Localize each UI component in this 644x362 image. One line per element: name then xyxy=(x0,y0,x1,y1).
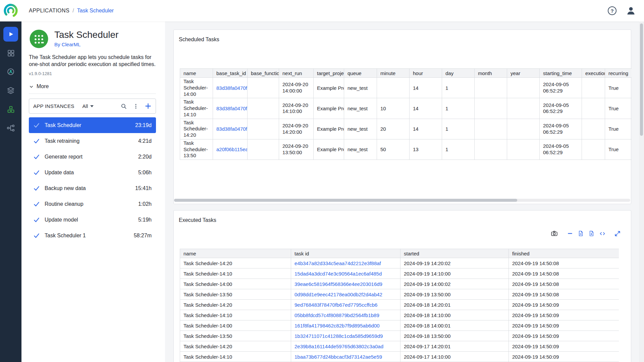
app-instance-row[interactable]: Update data5:06h xyxy=(29,165,156,180)
datasets-icon[interactable] xyxy=(3,83,18,98)
clearml-logo-icon[interactable] xyxy=(3,3,18,18)
instance-name: Routine cleanup xyxy=(45,201,138,207)
cell xyxy=(582,119,605,139)
cell: 83d38fa0470f4 xyxy=(213,119,248,139)
plus-icon[interactable] xyxy=(145,103,152,110)
column-header: started xyxy=(400,249,509,258)
app-title-block: Task Scheduler By ClearML xyxy=(54,29,118,47)
task-id-link[interactable]: 1b324711071c41288c1cda585d9659d9 xyxy=(294,333,383,339)
pipelines-icon[interactable] xyxy=(3,121,18,135)
cell: Task Scheduler-14:20 xyxy=(180,119,213,139)
task-id-link[interactable]: 2e39b8a161144de59765d63802c3a0ad xyxy=(294,344,383,349)
cell xyxy=(475,139,507,160)
cell xyxy=(475,78,507,98)
app-instance-row[interactable]: Task retraining4:21d xyxy=(29,133,156,149)
cell xyxy=(248,119,279,139)
app-instances-list: Task Scheduler23:19dTask retraining4:21d… xyxy=(29,117,156,243)
vertical-scrollbar-thumb[interactable] xyxy=(640,23,643,136)
instances-actions xyxy=(120,103,152,110)
cell: 1b324711071c41288c1cda585d9659d9 xyxy=(291,331,400,341)
cell: Task Scheduler-14:10 xyxy=(180,310,291,320)
csv-file-icon[interactable] xyxy=(578,230,584,237)
cell: Task Scheduler-14:20 xyxy=(180,341,291,352)
app-instance-row[interactable]: Task Scheduler23:19d xyxy=(29,117,156,133)
app-instance-row[interactable]: Task Scheduler 158:27m xyxy=(29,228,156,243)
user-avatar[interactable] xyxy=(626,6,636,16)
column-header: next_run xyxy=(279,69,314,78)
cell: 2024-09-18 13:50:00 xyxy=(400,331,509,341)
app-byline-link[interactable]: By ClearML xyxy=(54,42,118,47)
cell: 83d38fa0470f4 xyxy=(213,78,248,98)
cell: 14 xyxy=(410,119,442,139)
cell: Example Proje xyxy=(314,98,344,119)
applications-icon[interactable] xyxy=(3,27,18,42)
scheduled-table-wrap: namebase_task_idbase_functionnext_runtar… xyxy=(180,68,632,160)
task-id-link[interactable]: e4b347a82d334c5eaa74d2212e3f88af xyxy=(294,260,381,266)
divider xyxy=(29,94,156,94)
more-toggle[interactable]: More xyxy=(29,83,156,89)
instance-elapsed: 1:02h xyxy=(138,201,152,207)
task-id-link[interactable]: 1baa73b677d24bbcacf3d73142ae5e59 xyxy=(294,354,382,360)
embed-code-icon[interactable] xyxy=(599,230,606,237)
instances-filter-dropdown[interactable]: All xyxy=(83,103,94,109)
camera-icon[interactable] xyxy=(551,230,558,237)
task-id-link[interactable]: 05bb8fdcd57c4f808879bd2564fb1b89 xyxy=(294,312,379,318)
instance-name: Update data xyxy=(45,170,138,176)
task-id-link[interactable]: a20f06b115ea xyxy=(216,146,248,152)
table-row: Task Scheduler-14:20e4b347a82d334c5eaa74… xyxy=(180,258,619,268)
cell: 2024-09-17 14:20:01 xyxy=(400,341,509,352)
orchestration-icon[interactable] xyxy=(3,102,18,117)
horizontal-scrollbar-thumb[interactable] xyxy=(174,199,517,202)
task-id-link[interactable]: 83d38fa0470f4 xyxy=(216,106,248,111)
app-instance-row[interactable]: Routine cleanup1:02h xyxy=(29,196,156,212)
cell: 1 xyxy=(442,98,475,119)
expand-icon[interactable] xyxy=(614,230,621,237)
nav-rail xyxy=(0,21,21,362)
app-instance-row[interactable]: Backup new data15:41h xyxy=(29,180,156,196)
more-label: More xyxy=(37,83,49,89)
task-id-link[interactable]: 39eae6c581964f568366e4ee203016d9 xyxy=(294,281,382,287)
table-row: Task Scheduler-14:0039eae6c581964f568366… xyxy=(180,279,619,289)
executed-tasks-toolbar xyxy=(551,230,621,237)
task-id-link[interactable]: 161f8fa41798462c82b7f9d895ab6d00 xyxy=(294,323,380,328)
cell: Example Proje xyxy=(314,78,344,98)
task-id-link[interactable]: 83d38fa0470f4 xyxy=(216,126,248,132)
cell: True xyxy=(605,78,632,98)
app-instance-row[interactable]: Update model5:19h xyxy=(29,212,156,228)
breadcrumb-applications[interactable]: APPLICATIONS xyxy=(29,8,69,14)
table-row: Task Scheduler-14:2083d38fa0470f42024-09… xyxy=(180,119,632,139)
cell: 2024-09-19 14:50:09 xyxy=(509,352,619,362)
kebab-menu-icon[interactable] xyxy=(133,103,139,109)
minus-icon[interactable] xyxy=(567,230,573,237)
cell: 1 xyxy=(442,78,475,98)
breadcrumb-current[interactable]: Task Scheduler xyxy=(77,8,114,14)
help-icon[interactable]: ? xyxy=(608,6,616,15)
workers-icon[interactable] xyxy=(3,64,18,79)
column-header: name xyxy=(180,249,291,258)
column-header: target_project xyxy=(314,69,344,78)
task-scheduler-app-icon xyxy=(29,29,49,49)
search-icon[interactable] xyxy=(120,103,127,110)
column-header: base_task_id xyxy=(213,69,248,78)
cell: 2024-09-19 14:20:02 xyxy=(400,258,509,268)
table-row: Task Scheduler-13:501b324711071c41288c1c… xyxy=(180,331,619,341)
task-id-link[interactable]: 9ed768483f78470fb67ed7795ccffcb6 xyxy=(294,302,377,308)
instance-name: Task Scheduler xyxy=(45,122,135,128)
column-header: recurring xyxy=(605,69,632,78)
cell xyxy=(582,98,605,119)
projects-icon[interactable] xyxy=(3,46,18,60)
cell: 2024-09-18 14:20:01 xyxy=(400,300,509,310)
instances-filter-value: All xyxy=(83,103,88,109)
cell: 15dad4a3dcd74e3c90564a1ec6af485d xyxy=(291,268,400,279)
app-instance-row[interactable]: Generate report2:20d xyxy=(29,149,156,165)
cell: 39eae6c581964f568366e4ee203016d9 xyxy=(291,279,400,289)
instance-elapsed: 2:20d xyxy=(138,154,152,160)
task-id-link[interactable]: 0d98dd1e9eec42178ea00db2f2d4ab42 xyxy=(294,292,382,297)
task-id-link[interactable]: 15dad4a3dcd74e3c90564a1ec6af485d xyxy=(294,271,382,277)
data-file-icon[interactable] xyxy=(588,230,595,237)
app-description: The Task Scheduler app lets you schedule… xyxy=(29,54,156,68)
task-id-link[interactable]: 83d38fa0470f4 xyxy=(216,85,248,91)
table-row: Task Scheduler-14:0083d38fa0470f42024-09… xyxy=(180,78,632,98)
cell xyxy=(507,98,540,119)
chevron-down-icon xyxy=(90,105,94,107)
